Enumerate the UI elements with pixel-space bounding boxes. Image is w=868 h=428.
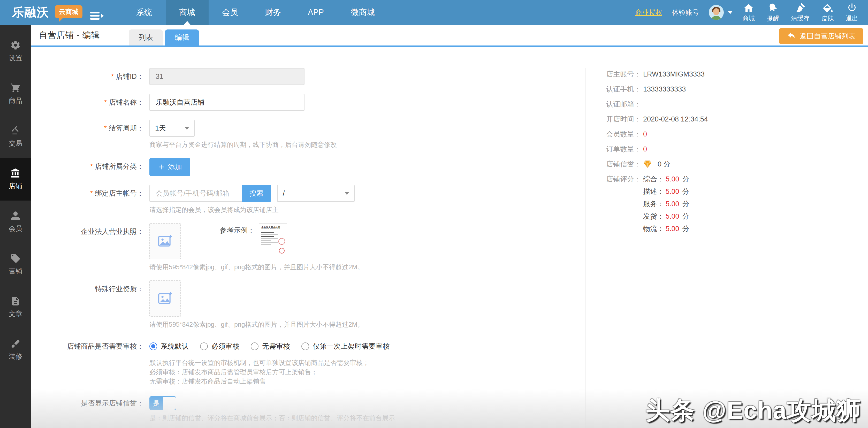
shop-name-input[interactable] [149, 94, 305, 111]
menu-item-app[interactable]: APP [294, 0, 337, 25]
settle-cycle-hint: 商家与平台方资金进行结算的周期，线下协商，后台请勿随意修改 [149, 140, 337, 149]
owner-select[interactable]: / [277, 185, 354, 202]
form-row-audit: 店铺商品是否需要审核： 系统默认 必须审核 无需审核 仅第一次上架时需要审核 默… [31, 338, 586, 386]
radio-no-audit[interactable]: 无需审核 [251, 342, 290, 351]
show-reputation-toggle[interactable]: 是 [149, 396, 176, 410]
broom-icon [795, 3, 806, 13]
form-row-show-reputation: 是否显示店铺信誉： 是 是：则店铺的信誉、评分将在商城前台展示；否：则店铺的信誉… [31, 395, 586, 423]
info-row-score: 店铺评分： 综合：5.00分 描述：5.00分 服务：5.00分 发货：5.00… [606, 175, 868, 234]
red-seal-icon [279, 248, 285, 253]
license-sample-image: 企业法人营业执照 [259, 223, 287, 259]
settle-cycle-select[interactable]: 1天 [149, 120, 195, 137]
score-list: 综合：5.00分 描述：5.00分 服务：5.00分 发货：5.00分 物流：5… [643, 175, 689, 234]
info-row-order-count: 订单数量： 0 [606, 145, 868, 154]
account-name: 体验账号 [672, 8, 699, 17]
form-row-shop-id: *店铺ID： [31, 68, 586, 85]
commercial-auth-link[interactable]: 商业授权 [636, 8, 662, 17]
page-title: 自营店铺 - 编辑 [39, 29, 100, 41]
quick-action-mall[interactable]: 商城 [742, 3, 755, 23]
required-asterisk: * [104, 98, 107, 106]
special-upload-box[interactable] [149, 280, 181, 316]
form-row-bind-owner: *绑定店主帐号： 搜索 / 请选择指定的会员，该会员将成为该店铺店主 [31, 185, 586, 214]
owner-search-input[interactable] [149, 185, 243, 202]
app-logo: 乐融沃 [12, 4, 49, 21]
document-icon [10, 296, 21, 306]
toggle-on-label: 是 [150, 397, 163, 410]
left-sidebar: 设置 商品 交易 店铺 会员 营销 文章 装修 [0, 25, 31, 428]
sample-doc-title: 企业法人营业执照 [261, 226, 278, 229]
radio-must-audit[interactable]: 必须审核 [200, 342, 239, 351]
license-hint: 请使用595*842像素jpg、gif、png格式的图片，并且图片大小不得超过2… [149, 262, 364, 272]
required-asterisk: * [104, 124, 107, 132]
sidebar-item-marketing[interactable]: 营销 [0, 243, 31, 286]
owner-search-button[interactable]: 搜索 [242, 185, 271, 202]
user-icon [10, 211, 21, 221]
field-label: *绑定店主帐号： [31, 185, 149, 214]
gem-icon [643, 160, 652, 169]
home-icon [743, 3, 754, 13]
quick-action-label: 皮肤 [822, 14, 834, 23]
plus-icon [158, 163, 165, 171]
navbar-right: 商业授权 体验账号 商城 提醒 清缓存 皮肤 [636, 3, 868, 23]
radio-icon [200, 342, 208, 350]
brush-icon [10, 339, 21, 349]
chevron-down-icon [185, 127, 189, 132]
sample-label: 参考示例： [220, 226, 255, 235]
sidebar-item-member[interactable]: 会员 [0, 201, 31, 243]
shop-id-input [149, 68, 305, 85]
quick-action-logout[interactable]: 退出 [846, 3, 858, 23]
bank-icon [10, 168, 21, 178]
paint-bucket-icon [822, 3, 833, 13]
form-row-settle-cycle: *结算周期： 1天 商家与平台方资金进行结算的周期，线下协商，后台请勿随意修改 [31, 120, 586, 149]
gavel-icon [10, 125, 21, 136]
add-category-label: 添加 [168, 162, 182, 172]
field-label: 是否显示店铺信誉： [31, 395, 149, 423]
menu-item-wechat-mall[interactable]: 微商城 [337, 0, 388, 25]
watermark-text: 头条 @Echa攻城狮 [646, 394, 861, 427]
menu-item-member[interactable]: 会员 [209, 0, 251, 25]
quick-action-notice[interactable]: 提醒 [767, 3, 779, 23]
content-area: 自营店铺 - 编辑 列表 编辑 返回自营店铺列表 *店铺ID： *店铺名称 [31, 25, 868, 428]
license-upload-box[interactable] [149, 223, 181, 259]
info-row-member-count: 会员数量： 0 [606, 129, 868, 139]
sidebar-item-label: 营销 [9, 267, 22, 276]
sidebar-item-label: 文章 [9, 309, 22, 318]
score-item-description: 描述：5.00分 [643, 187, 689, 196]
return-to-list-button[interactable]: 返回自营店铺列表 [779, 28, 863, 44]
radio-first-time-audit[interactable]: 仅第一次上架时需要审核 [301, 342, 390, 351]
avatar-body [711, 16, 721, 20]
tab-edit[interactable]: 编辑 [165, 29, 199, 45]
sidebar-item-shop[interactable]: 店铺 [0, 158, 31, 201]
quick-action-skin[interactable]: 皮肤 [822, 3, 834, 23]
tab-bar: 列表 编辑 [129, 29, 199, 45]
quick-action-label: 提醒 [767, 14, 779, 23]
sidebar-item-decorate[interactable]: 装修 [0, 329, 31, 371]
audit-hint-line: 无需审核：店铺发布商品后自动上架销售 [149, 376, 390, 386]
info-row-owner-account: 店主账号： LRW133MIGM3333 [606, 69, 868, 79]
sidebar-item-label: 会员 [9, 224, 22, 233]
tab-list[interactable]: 列表 [129, 29, 163, 45]
sidebar-item-article[interactable]: 文章 [0, 286, 31, 329]
menu-item-finance[interactable]: 财务 [251, 0, 294, 25]
add-category-button[interactable]: 添加 [149, 158, 190, 176]
sidebar-item-goods[interactable]: 商品 [0, 73, 31, 115]
info-row-open-time: 开店时间： 2020-02-08 12:34:54 [606, 115, 868, 124]
power-icon [846, 3, 858, 13]
score-item-overall: 综合：5.00分 [643, 175, 689, 184]
sidebar-item-settings[interactable]: 设置 [0, 30, 31, 73]
radio-system-default[interactable]: 系统默认 [149, 342, 189, 351]
tag-icon [10, 253, 21, 264]
bind-owner-hint: 请选择指定的会员，该会员将成为该店铺店主 [149, 205, 354, 214]
form-row-category: *店铺所属分类： 添加 [31, 158, 586, 176]
score-item-service: 服务：5.00分 [643, 199, 689, 209]
owner-select-value: / [283, 189, 285, 197]
form-row-license: 企业法人营业执照： 参考示例： 企业法人营业执照 [31, 223, 586, 272]
user-avatar[interactable] [709, 5, 724, 20]
menu-item-mall[interactable]: 商城 [166, 0, 209, 25]
main-menu: 系统 商城 会员 财务 APP 微商城 [123, 0, 388, 25]
menu-item-system[interactable]: 系统 [123, 0, 166, 25]
sidebar-collapse-toggle[interactable] [90, 12, 106, 20]
sidebar-item-trade[interactable]: 交易 [0, 115, 31, 158]
quick-action-clear-cache[interactable]: 清缓存 [791, 3, 810, 23]
account-dropdown-caret[interactable] [728, 11, 733, 16]
